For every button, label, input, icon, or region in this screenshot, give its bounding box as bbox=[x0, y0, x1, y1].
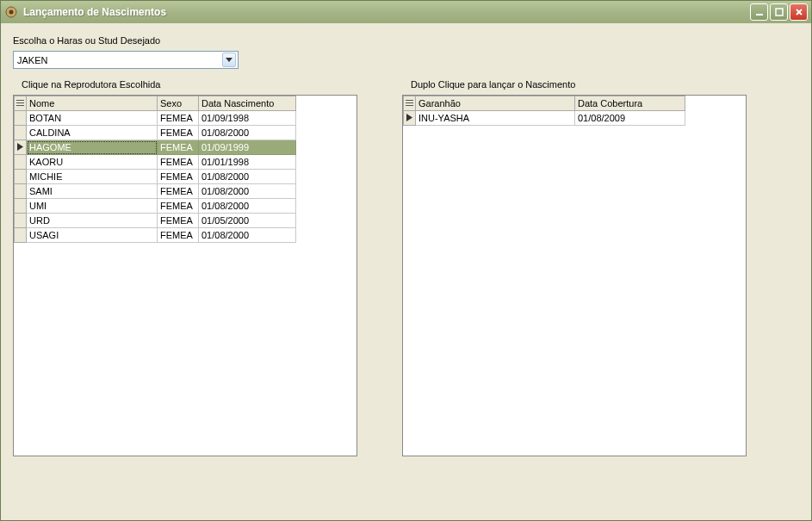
svg-rect-5 bbox=[16, 102, 24, 103]
row-indicator bbox=[15, 214, 27, 228]
cell-nome[interactable]: CALDINA bbox=[27, 126, 158, 140]
minimize-button[interactable] bbox=[750, 3, 768, 21]
cell-nome[interactable]: USAGI bbox=[27, 228, 158, 243]
close-button[interactable] bbox=[790, 3, 808, 21]
cell-nome[interactable]: HAGOME bbox=[27, 140, 158, 155]
cell-nome[interactable]: SAMI bbox=[27, 184, 158, 199]
cell-data[interactable]: 01/08/2000 bbox=[199, 126, 296, 140]
cell-sexo[interactable]: FEMEA bbox=[158, 155, 199, 170]
right-panel-label: Duplo Clique para lançar o Nascimento bbox=[411, 79, 747, 90]
table-row[interactable]: HAGOMEFEMEA01/09/1999 bbox=[15, 140, 296, 155]
svg-rect-7 bbox=[406, 100, 413, 101]
panels: Clique na Reprodutora Escolhida bbox=[13, 79, 799, 456]
cell-data[interactable]: 01/08/2000 bbox=[199, 199, 296, 214]
coverings-header-row: Garanhão Data Cobertura bbox=[404, 96, 685, 111]
table-row[interactable]: INU-YASHA01/08/2009 bbox=[404, 111, 685, 126]
cell-nome[interactable]: BOTAN bbox=[27, 111, 158, 126]
row-pointer-icon bbox=[17, 142, 23, 152]
col-sexo[interactable]: Sexo bbox=[158, 96, 199, 111]
row-header-corner[interactable] bbox=[15, 96, 27, 111]
cell-sexo[interactable]: FEMEA bbox=[158, 184, 199, 199]
cell-sexo[interactable]: FEMEA bbox=[158, 126, 199, 140]
cell-sexo[interactable]: FEMEA bbox=[158, 214, 199, 228]
row-indicator bbox=[404, 111, 416, 126]
row-indicator bbox=[15, 126, 27, 140]
titlebar[interactable]: Lançamento de Nascimentos bbox=[1, 1, 811, 23]
cell-data[interactable]: 01/08/2000 bbox=[199, 170, 296, 184]
cell-data[interactable]: 01/01/1998 bbox=[199, 155, 296, 170]
row-indicator bbox=[15, 228, 27, 243]
cell-nome[interactable]: KAORU bbox=[27, 155, 158, 170]
list-icon bbox=[406, 99, 413, 107]
row-indicator bbox=[15, 199, 27, 214]
table-row[interactable]: UMIFEMEA01/08/2000 bbox=[15, 199, 296, 214]
left-panel-label: Clique na Reprodutora Escolhida bbox=[22, 79, 357, 90]
coverings-grid[interactable]: Garanhão Data Cobertura INU-YASHA01/08/2… bbox=[403, 96, 685, 126]
svg-point-1 bbox=[9, 10, 14, 15]
mares-grid[interactable]: Nome Sexo Data Nascimento BOTANFEMEA01/0… bbox=[14, 96, 296, 243]
coverings-grid-panel[interactable]: Garanhão Data Cobertura INU-YASHA01/08/2… bbox=[402, 95, 747, 456]
app-icon bbox=[4, 5, 18, 19]
cell-sexo[interactable]: FEMEA bbox=[158, 199, 199, 214]
table-row[interactable]: CALDINAFEMEA01/08/2000 bbox=[15, 126, 296, 140]
table-row[interactable]: KAORUFEMEA01/01/1998 bbox=[15, 155, 296, 170]
cell-sexo[interactable]: FEMEA bbox=[158, 170, 199, 184]
stud-select[interactable]: JAKEN bbox=[13, 51, 239, 69]
table-row[interactable]: USAGIFEMEA01/08/2000 bbox=[15, 228, 296, 243]
table-row[interactable]: SAMIFEMEA01/08/2000 bbox=[15, 184, 296, 199]
svg-rect-6 bbox=[16, 105, 24, 106]
table-row[interactable]: URDFEMEA01/05/2000 bbox=[15, 214, 296, 228]
row-indicator bbox=[15, 184, 27, 199]
mares-header-row: Nome Sexo Data Nascimento bbox=[15, 96, 296, 111]
cell-nome[interactable]: UMI bbox=[27, 199, 158, 214]
cell-data[interactable]: 01/09/1999 bbox=[199, 140, 296, 155]
row-header-corner[interactable] bbox=[404, 96, 416, 111]
cell-data[interactable]: 01/05/2000 bbox=[199, 214, 296, 228]
cell-data[interactable]: 01/09/1998 bbox=[199, 111, 296, 126]
col-data-nascimento[interactable]: Data Nascimento bbox=[199, 96, 296, 111]
cell-sexo[interactable]: FEMEA bbox=[158, 111, 199, 126]
row-pointer-icon bbox=[406, 113, 412, 123]
svg-rect-9 bbox=[406, 105, 413, 106]
left-panel-wrapper: Clique na Reprodutora Escolhida bbox=[13, 79, 357, 456]
svg-rect-8 bbox=[406, 102, 413, 103]
svg-rect-3 bbox=[776, 9, 783, 16]
right-panel-wrapper: Duplo Clique para lançar o Nascimento bbox=[402, 79, 747, 456]
cell-nome[interactable]: URD bbox=[27, 214, 158, 228]
window-title: Lançamento de Nascimentos bbox=[23, 6, 750, 18]
window-frame: Lançamento de Nascimentos Escolha o Hara… bbox=[0, 0, 812, 521]
maximize-button[interactable] bbox=[770, 3, 788, 21]
col-garanhao[interactable]: Garanhão bbox=[416, 96, 575, 111]
cell-data[interactable]: 01/08/2009 bbox=[575, 111, 685, 126]
window-buttons bbox=[750, 3, 808, 21]
cell-data[interactable]: 01/08/2000 bbox=[199, 184, 296, 199]
svg-rect-4 bbox=[16, 100, 24, 101]
svg-rect-2 bbox=[756, 14, 763, 16]
col-nome[interactable]: Nome bbox=[27, 96, 158, 111]
dropdown-button[interactable] bbox=[222, 53, 236, 67]
mares-grid-panel[interactable]: Nome Sexo Data Nascimento BOTANFEMEA01/0… bbox=[13, 95, 357, 456]
chevron-down-icon bbox=[226, 58, 232, 63]
row-indicator bbox=[15, 140, 27, 155]
row-indicator bbox=[15, 155, 27, 170]
table-row[interactable]: BOTANFEMEA01/09/1998 bbox=[15, 111, 296, 126]
cell-nome[interactable]: MICHIE bbox=[27, 170, 158, 184]
content-area: Escolha o Haras ou Stud Desejado JAKEN C… bbox=[1, 23, 811, 520]
cell-garanhao[interactable]: INU-YASHA bbox=[416, 111, 575, 126]
list-icon bbox=[16, 99, 24, 107]
stud-select-value: JAKEN bbox=[17, 55, 222, 65]
cell-sexo[interactable]: FEMEA bbox=[158, 228, 199, 243]
cell-data[interactable]: 01/08/2000 bbox=[199, 228, 296, 243]
row-indicator bbox=[15, 170, 27, 184]
col-data-cobertura[interactable]: Data Cobertura bbox=[575, 96, 685, 111]
cell-sexo[interactable]: FEMEA bbox=[158, 140, 199, 155]
table-row[interactable]: MICHIEFEMEA01/08/2000 bbox=[15, 170, 296, 184]
row-indicator bbox=[15, 111, 27, 126]
stud-prompt: Escolha o Haras ou Stud Desejado bbox=[13, 35, 799, 46]
